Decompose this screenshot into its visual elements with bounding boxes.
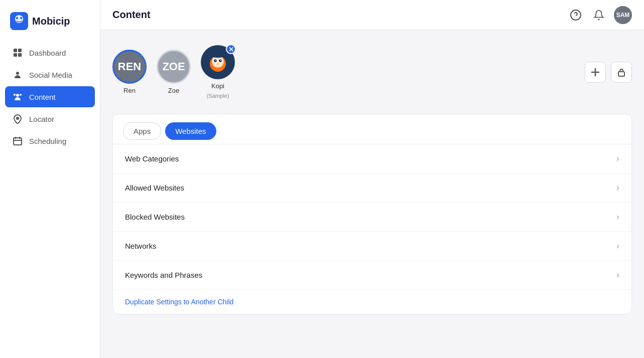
- svg-rect-7: [18, 53, 22, 57]
- social-icon: [12, 69, 23, 80]
- profile-actions: [585, 62, 632, 83]
- profile-initials-zoe: ZOE: [162, 60, 185, 73]
- svg-point-8: [16, 72, 19, 75]
- menu-item-keywords-phrases[interactable]: Keywords and Phrases ›: [113, 261, 631, 289]
- sidebar-item-social-label: Social Media: [29, 71, 72, 79]
- profile-avatar-zoe: ZOE: [157, 50, 191, 84]
- user-avatar[interactable]: SAM: [614, 6, 632, 24]
- menu-item-web-categories-label: Web Categories: [125, 154, 179, 163]
- tab-websites[interactable]: Websites: [165, 122, 216, 140]
- mobicip-logo-icon: [10, 12, 28, 30]
- menu-item-allowed-websites-label: Allowed Websites: [125, 184, 184, 192]
- sidebar-item-scheduling[interactable]: Scheduling: [5, 130, 95, 151]
- sidebar-item-social-media[interactable]: Social Media: [5, 64, 95, 85]
- sidebar-item-content-label: Content: [29, 93, 56, 101]
- content-icon: [12, 91, 23, 102]
- svg-rect-4: [14, 49, 17, 52]
- menu-item-networks-label: Networks: [125, 242, 157, 250]
- svg-point-21: [219, 59, 222, 62]
- profile-sub-kopi: (Sample): [207, 93, 229, 99]
- svg-rect-5: [18, 49, 22, 52]
- header: Content SAM: [100, 0, 644, 30]
- svg-point-23: [220, 60, 221, 61]
- chevron-keywords-phrases: ›: [616, 270, 619, 280]
- dashboard-icon: [12, 47, 23, 58]
- profile-bar: REN Ren ZOE Zoe: [112, 40, 632, 104]
- sidebar-item-scheduling-label: Scheduling: [29, 137, 66, 145]
- profile-name-zoe: Zoe: [168, 87, 179, 94]
- add-profile-button[interactable]: [585, 62, 606, 83]
- svg-point-27: [214, 62, 222, 67]
- profile-initials-ren: REN: [118, 60, 141, 73]
- svg-rect-6: [14, 53, 17, 57]
- kopi-close-badge[interactable]: ✕: [226, 44, 236, 54]
- svg-point-3: [20, 17, 22, 20]
- menu-item-blocked-websites[interactable]: Blocked Websites ›: [113, 203, 631, 232]
- profile-zoe[interactable]: ZOE Zoe: [157, 50, 191, 94]
- sidebar-item-content[interactable]: Content: [5, 86, 95, 107]
- chevron-allowed-websites: ›: [616, 183, 619, 193]
- scheduling-icon: [12, 135, 23, 146]
- sidebar-item-locator[interactable]: Locator: [5, 108, 95, 129]
- menu-item-allowed-websites[interactable]: Allowed Websites ›: [113, 173, 631, 203]
- tabs: Apps Websites: [113, 114, 631, 144]
- svg-rect-30: [618, 72, 624, 76]
- menu-item-keywords-phrases-label: Keywords and Phrases: [125, 271, 202, 279]
- svg-point-9: [16, 94, 19, 97]
- sidebar-item-locator-label: Locator: [29, 115, 54, 123]
- chevron-web-categories: ›: [616, 153, 619, 164]
- menu-item-web-categories[interactable]: Web Categories ›: [113, 144, 631, 173]
- svg-rect-26: [215, 53, 221, 57]
- duplicate-settings-link[interactable]: Duplicate Settings to Another Child: [113, 289, 631, 314]
- profile-name-ren: Ren: [123, 87, 136, 94]
- owl-icon: [206, 51, 229, 74]
- svg-point-22: [215, 60, 216, 61]
- menu-item-networks[interactable]: Networks ›: [113, 232, 631, 261]
- header-actions: SAM: [568, 6, 632, 24]
- profile-name-kopi: Kopi: [211, 82, 224, 90]
- svg-point-20: [214, 59, 217, 62]
- profile-avatar-ren: REN: [112, 50, 147, 84]
- locator-icon: [12, 113, 23, 124]
- sidebar-item-dashboard[interactable]: Dashboard: [5, 42, 95, 63]
- svg-rect-13: [14, 138, 22, 145]
- svg-point-12: [16, 117, 19, 120]
- content-area: REN Ren ZOE Zoe: [100, 30, 644, 358]
- sidebar-nav: Dashboard Social Media Content: [0, 42, 100, 151]
- main-area: Content SAM: [100, 0, 644, 358]
- help-button[interactable]: [568, 7, 584, 23]
- page-title: Content: [112, 9, 151, 21]
- content-card: Apps Websites Web Categories › Allowed W…: [112, 114, 632, 314]
- sidebar-item-dashboard-label: Dashboard: [29, 49, 66, 57]
- plus-icon: [590, 67, 600, 77]
- logo-text: Mobicip: [32, 16, 70, 27]
- tab-apps[interactable]: Apps: [123, 122, 161, 140]
- profile-kopi[interactable]: ✕ Kopi (Sample): [201, 45, 235, 99]
- profile-ren[interactable]: REN Ren: [112, 50, 147, 94]
- svg-point-2: [16, 17, 18, 20]
- svg-point-10: [20, 94, 22, 96]
- logo: Mobicip: [0, 8, 100, 42]
- lock-button[interactable]: [611, 62, 632, 83]
- menu-item-blocked-websites-label: Blocked Websites: [125, 213, 185, 221]
- profile-avatar-kopi: ✕: [201, 45, 235, 79]
- sidebar: Mobicip Dashboard Social Media: [0, 0, 100, 358]
- notifications-button[interactable]: [591, 7, 607, 23]
- chevron-networks: ›: [616, 241, 619, 251]
- lock-icon: [616, 67, 626, 77]
- chevron-blocked-websites: ›: [616, 212, 619, 222]
- svg-point-11: [14, 94, 16, 96]
- profiles-list: REN Ren ZOE Zoe: [112, 45, 235, 99]
